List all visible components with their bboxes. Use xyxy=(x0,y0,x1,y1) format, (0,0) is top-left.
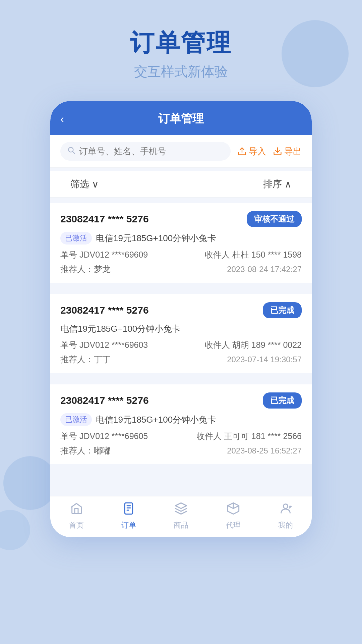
card-divider xyxy=(50,287,312,290)
product-name: 电信19元185G+100分钟小兔卡 xyxy=(96,414,216,426)
nav-item-agent[interactable]: 代理 xyxy=(226,502,241,530)
filter-button[interactable]: 筛选 ∨ xyxy=(70,178,99,191)
status-badge: 已完成 xyxy=(263,302,302,318)
order-card[interactable]: 23082417 **** 5276 审核不通过 已激活 电信19元185G+1… xyxy=(50,203,312,283)
status-badge: 审核不通过 xyxy=(247,211,302,227)
order-nav-icon xyxy=(122,502,135,518)
nav-item-mine[interactable]: 我的 xyxy=(278,502,293,530)
recipient: 收件人 杜杜 150 **** 1598 xyxy=(205,249,302,260)
page-title: 订单管理 xyxy=(158,111,204,126)
svg-line-1 xyxy=(73,152,75,154)
card-divider xyxy=(50,377,312,380)
mine-nav-label: 我的 xyxy=(278,520,293,530)
bg-circle-bottom-left2 xyxy=(0,510,30,550)
nav-item-home[interactable]: 首页 xyxy=(69,502,84,530)
home-nav-icon xyxy=(70,502,83,518)
recommend-row: 推荐人：梦龙 2023-08-24 17:42:27 xyxy=(60,264,302,275)
bottom-nav: 首页订单商品代理我的 xyxy=(50,496,312,537)
recipient: 收件人 王可可 181 **** 2566 xyxy=(196,431,302,442)
import-button[interactable]: 导入 xyxy=(237,146,266,157)
product-line: 已激活 电信19元185G+100分钟小兔卡 xyxy=(60,232,302,245)
trade-no: 单号 JDV012 ****69605 xyxy=(60,431,148,442)
chevron-up-icon: ∧ xyxy=(285,179,292,190)
product-name: 电信19元185G+100分钟小兔卡 xyxy=(60,323,181,335)
agent-nav-label: 代理 xyxy=(226,520,241,530)
order-card-header: 23082417 **** 5276 审核不通过 xyxy=(60,211,302,227)
activated-tag: 已激活 xyxy=(60,232,92,245)
timestamp: 2023-08-25 16:52:27 xyxy=(227,446,302,455)
status-badge: 已完成 xyxy=(263,392,302,409)
product-name: 电信19元185G+100分钟小兔卡 xyxy=(96,232,216,244)
search-area: 导入 导出 xyxy=(50,135,312,168)
search-input[interactable] xyxy=(79,146,224,157)
filter-sort-bar: 筛选 ∨ 排序 ∧ xyxy=(50,171,312,198)
mine-nav-icon xyxy=(279,502,292,518)
sub-title: 交互样式新体验 xyxy=(130,62,232,81)
order-list: 23082417 **** 5276 审核不通过 已激活 电信19元185G+1… xyxy=(50,198,312,496)
sort-button[interactable]: 排序 ∧ xyxy=(263,178,292,191)
recommender: 推荐人：嘟嘟 xyxy=(60,445,111,456)
order-detail-row: 单号 JDV012 ****69609 收件人 杜杜 150 **** 1598 xyxy=(60,249,302,260)
recipient: 收件人 胡胡 189 **** 0022 xyxy=(205,339,302,351)
trade-no: 单号 JDV012 ****69609 xyxy=(60,249,148,260)
content-area: 导入 导出 筛选 ∨ 排序 ∧ xyxy=(50,135,312,496)
order-number: 23082417 **** 5276 xyxy=(60,213,149,225)
svg-point-9 xyxy=(283,504,288,508)
order-number: 23082417 **** 5276 xyxy=(60,305,149,316)
product-line: 电信19元185G+100分钟小兔卡 xyxy=(60,323,302,335)
order-card[interactable]: 23082417 **** 5276 已完成 已激活 电信19元185G+100… xyxy=(50,384,312,464)
back-button[interactable]: ‹ xyxy=(60,113,64,125)
nav-item-order[interactable]: 订单 xyxy=(121,502,136,530)
agent-nav-icon xyxy=(227,502,240,518)
order-number: 23082417 **** 5276 xyxy=(60,395,149,406)
order-detail-row: 单号 JDV012 ****69605 收件人 王可可 181 **** 256… xyxy=(60,431,302,442)
product-nav-icon xyxy=(174,502,188,518)
search-icon xyxy=(67,146,76,157)
phone-top-bar: ‹ 订单管理 xyxy=(50,101,312,135)
timestamp: 2023-08-24 17:42:27 xyxy=(227,265,302,274)
recommender: 推荐人：梦龙 xyxy=(60,264,111,275)
activated-tag: 已激活 xyxy=(60,413,92,426)
bg-circle-bottom-left xyxy=(3,456,57,510)
trade-no: 单号 JDV012 ****69603 xyxy=(60,339,148,351)
recommend-row: 推荐人：丁丁 2023-07-14 19:30:57 xyxy=(60,354,302,365)
main-title: 订单管理 xyxy=(130,27,232,59)
product-line: 已激活 电信19元185G+100分钟小兔卡 xyxy=(60,413,302,426)
export-button[interactable]: 导出 xyxy=(273,146,302,157)
nav-item-product[interactable]: 商品 xyxy=(174,502,188,530)
order-detail-row: 单号 JDV012 ****69603 收件人 胡胡 189 **** 0022 xyxy=(60,339,302,351)
svg-rect-4 xyxy=(125,503,132,514)
chevron-down-icon: ∨ xyxy=(92,179,99,190)
timestamp: 2023-07-14 19:30:57 xyxy=(227,355,302,364)
order-card-header: 23082417 **** 5276 已完成 xyxy=(60,392,302,409)
order-card[interactable]: 23082417 **** 5276 已完成 电信19元185G+100分钟小兔… xyxy=(50,294,312,373)
home-nav-label: 首页 xyxy=(69,520,84,530)
bg-circle-top-right xyxy=(282,20,349,87)
search-input-wrap xyxy=(60,142,231,161)
header-area: 订单管理 交互样式新体验 xyxy=(130,27,232,81)
order-card-header: 23082417 **** 5276 已完成 xyxy=(60,302,302,318)
order-nav-label: 订单 xyxy=(121,520,136,530)
recommender: 推荐人：丁丁 xyxy=(60,354,111,365)
recommend-row: 推荐人：嘟嘟 2023-08-25 16:52:27 xyxy=(60,445,302,456)
phone-mockup: ‹ 订单管理 导入 xyxy=(50,101,312,537)
product-nav-label: 商品 xyxy=(174,520,188,530)
